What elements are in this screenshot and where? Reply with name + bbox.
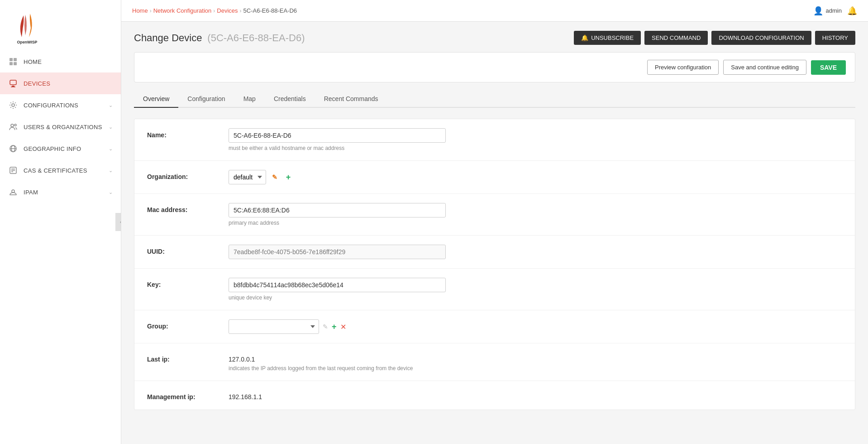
sidebar-item-ipam-label: IPAM — [24, 189, 109, 196]
unsubscribe-button[interactable]: 🔔 UNSUBSCRIBE — [574, 31, 641, 45]
user-icon: 👤 — [813, 6, 823, 16]
sidebar-item-home-label: HOME — [24, 58, 113, 65]
save-continue-button[interactable]: Save and continue editing — [723, 60, 806, 75]
svg-point-19 — [12, 190, 14, 193]
main-content: Home › Network Configuration › Devices ›… — [121, 0, 868, 444]
form-row-last-ip: Last ip: 127.0.0.1 indicates the IP addr… — [134, 343, 855, 381]
save-button[interactable]: SAVE — [811, 60, 846, 75]
org-edit-button[interactable]: ✎ — [270, 172, 280, 182]
key-hint: unique device key — [229, 294, 446, 301]
svg-text:OpenWISP: OpenWISP — [17, 40, 38, 44]
mac-field: primary mac address — [229, 203, 446, 226]
sidebar: OpenWISP HOME DEVICES CONFIGURATIONS ⌄ — [0, 0, 121, 444]
svg-rect-8 — [11, 87, 15, 87]
devices-icon — [8, 78, 18, 88]
device-form: Name: must be either a valid hostname or… — [134, 119, 855, 410]
users-chevron: ⌄ — [109, 124, 113, 130]
notification-bell-icon[interactable]: 🔔 — [847, 6, 857, 16]
svg-rect-7 — [12, 86, 14, 87]
breadcrumb-sep-1: › — [150, 8, 152, 14]
history-button[interactable]: HISTORY — [815, 31, 855, 45]
logo: OpenWISP — [9, 8, 45, 44]
history-label: HISTORY — [822, 34, 848, 41]
unsubscribe-label: UNSUBSCRIBE — [591, 34, 634, 41]
uuid-label: UUID: — [147, 245, 229, 255]
group-delete-button[interactable]: ✕ — [340, 323, 346, 331]
preview-config-button[interactable]: Preview configuration — [647, 60, 719, 75]
tab-map[interactable]: Map — [234, 91, 265, 108]
sidebar-collapse-handle[interactable]: ‹ — [115, 213, 121, 231]
uuid-input[interactable] — [229, 245, 446, 259]
download-config-label: DOWNLOAD CONFIGURATION — [719, 34, 804, 41]
org-label: Organization: — [147, 170, 229, 180]
certificates-icon — [8, 165, 18, 175]
user-badge: 👤 admin — [813, 6, 842, 16]
tab-overview[interactable]: Overview — [134, 91, 178, 108]
configurations-icon — [8, 100, 18, 110]
group-add-button[interactable]: + — [332, 322, 337, 332]
form-row-key: Key: unique device key — [134, 269, 855, 310]
geographic-icon — [8, 144, 18, 154]
last-ip-value: 127.0.0.1 — [229, 352, 446, 363]
name-hint: must be either a valid hostname or mac a… — [229, 145, 446, 151]
sidebar-item-ipam[interactable]: IPAM ⌄ — [0, 181, 121, 203]
svg-rect-2 — [10, 58, 13, 61]
sidebar-item-geographic-info[interactable]: GEOGRAPHIC INFO ⌄ — [0, 138, 121, 159]
tabs: Overview Configuration Map Credentials R… — [134, 91, 855, 108]
org-select[interactable]: default — [229, 170, 266, 184]
svg-rect-5 — [14, 62, 17, 65]
breadcrumb-network-config[interactable]: Network Configuration — [153, 7, 212, 14]
key-field: unique device key — [229, 278, 446, 301]
group-select[interactable] — [229, 319, 319, 334]
topbar: Home › Network Configuration › Devices ›… — [121, 0, 868, 22]
send-command-label: SEND COMMAND — [652, 34, 701, 41]
download-config-button[interactable]: DOWNLOAD CONFIGURATION — [711, 31, 811, 45]
mac-input[interactable] — [229, 203, 446, 217]
username: admin — [826, 7, 842, 14]
configurations-chevron: ⌄ — [109, 102, 113, 108]
home-icon — [8, 57, 18, 67]
form-row-uuid: UUID: — [134, 236, 855, 269]
mac-label: Mac address: — [147, 203, 229, 213]
svg-rect-6 — [10, 80, 16, 85]
form-row-name: Name: must be either a valid hostname or… — [134, 119, 855, 161]
send-command-button[interactable]: SEND COMMAND — [644, 31, 708, 45]
logo-area: OpenWISP — [0, 0, 121, 49]
tab-configuration[interactable]: Configuration — [178, 91, 234, 108]
tab-recent-commands[interactable]: Recent Commands — [315, 91, 387, 108]
device-id-label: (5C-A6-E6-88-EA-D6) — [207, 32, 305, 43]
tab-credentials[interactable]: Credentials — [265, 91, 315, 108]
breadcrumb-home[interactable]: Home — [132, 7, 148, 14]
sidebar-item-devices[interactable]: DEVICES — [0, 72, 121, 94]
key-input[interactable] — [229, 278, 446, 292]
sidebar-nav: HOME DEVICES CONFIGURATIONS ⌄ USERS & OR… — [0, 51, 121, 203]
preview-config-label: Preview configuration — [655, 64, 711, 71]
sidebar-item-home[interactable]: HOME — [0, 51, 121, 72]
org-add-button[interactable]: + — [283, 172, 293, 182]
ipam-chevron: ⌄ — [109, 189, 113, 195]
svg-point-9 — [12, 104, 14, 106]
org-row: default ✎ + — [229, 170, 446, 184]
sidebar-item-cas-certificates[interactable]: CAS & CERTIFICATES ⌄ — [0, 159, 121, 181]
name-input[interactable] — [229, 128, 446, 143]
group-row: ✎ + ✕ — [229, 319, 446, 334]
breadcrumb-sep-3: › — [240, 8, 242, 14]
cas-chevron: ⌄ — [109, 168, 113, 174]
breadcrumb-devices[interactable]: Devices — [217, 7, 238, 14]
save-bar: Preview configuration Save and continue … — [134, 52, 855, 82]
group-field: ✎ + ✕ — [229, 319, 446, 334]
sidebar-item-users-orgs[interactable]: USERS & ORGANIZATIONS ⌄ — [0, 116, 121, 138]
mac-hint: primary mac address — [229, 220, 446, 226]
save-label: SAVE — [820, 64, 837, 71]
topbar-right: 👤 admin 🔔 — [813, 6, 857, 16]
form-row-group: Group: ✎ + ✕ — [134, 310, 855, 343]
breadcrumb-sep-2: › — [213, 8, 215, 14]
users-icon — [8, 122, 18, 132]
sidebar-item-configurations[interactable]: CONFIGURATIONS ⌄ — [0, 94, 121, 116]
management-ip-value: 192.168.1.1 — [229, 390, 446, 401]
bell-icon-btn: 🔔 — [581, 34, 588, 41]
page-header: Change Device (5C-A6-E6-88-EA-D6) 🔔 UNSU… — [134, 31, 855, 45]
sidebar-item-devices-label: DEVICES — [24, 80, 113, 87]
group-edit-button[interactable]: ✎ — [323, 323, 328, 330]
page-title: Change Device — [134, 32, 202, 43]
